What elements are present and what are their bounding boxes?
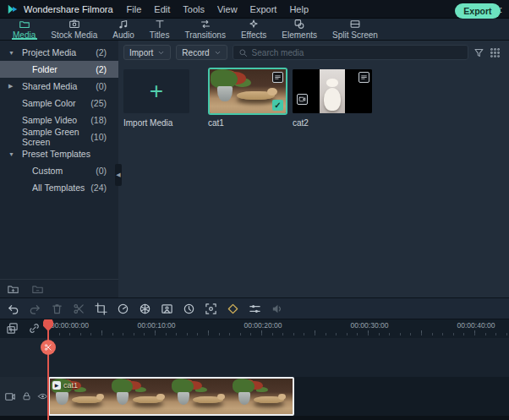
duration-icon[interactable] [182,302,195,315]
undo-icon[interactable] [6,302,19,315]
sidebar-item-project-media[interactable]: ▼ Project Media (2) [0,44,118,61]
playhead-line[interactable] [47,319,49,420]
tab-titles[interactable]: Titles [142,19,178,40]
chevron-down-icon[interactable]: ▼ [8,50,14,56]
clip-frame [111,379,172,414]
tab-audio[interactable]: Audio [105,19,142,40]
sidebar-item-folder[interactable]: Folder (2) [0,61,118,78]
split-screen-icon [349,19,361,30]
grid-view-icon[interactable] [490,47,501,58]
search-input[interactable] [252,48,462,57]
menu-view[interactable]: View [217,4,238,14]
media-info-badge-icon[interactable] [358,72,369,83]
play-icon: ▶ [52,381,61,390]
media-item-cat2[interactable] [293,69,372,113]
media-library-sidebar: ▼ Project Media (2) Folder (2) ▶ Shared … [0,41,118,297]
cut-icon[interactable] [72,302,85,315]
menu-items: File Edit Tools View Export Help [127,4,309,14]
sidebar-collapse-handle[interactable]: ◀ [115,164,122,186]
scissors-icon [44,343,52,352]
menu-export[interactable]: Export [250,4,277,14]
menu-file[interactable]: File [127,4,142,14]
import-media-label: Import Media [123,118,172,128]
edit-toolbar [0,297,509,319]
cat2-label: cat2 [293,118,309,128]
tab-split-screen[interactable]: Split Screen [325,19,386,40]
tab-media[interactable]: Media [5,19,43,40]
tab-effects[interactable]: Effects [233,19,274,40]
elements-shapes-icon [293,19,305,30]
app-title: Wondershare Filmora [24,4,113,14]
video-track-controls [0,377,48,416]
clip-frame [232,379,293,414]
media-toolbar: Import Record [118,41,509,64]
sidebar-item-sample-color[interactable]: Sample Color (25) [0,95,118,112]
menu-edit[interactable]: Edit [154,4,170,14]
search-icon [238,48,248,57]
chevron-right-icon[interactable]: ▶ [8,83,13,90]
chevron-down-icon [157,49,165,57]
filmora-window: Wondershare Filmora File Edit Tools View… [0,0,509,420]
keyframe-icon[interactable] [226,302,239,315]
media-info-badge-icon[interactable] [272,72,283,83]
video-track-1[interactable]: ▶ cat1 [48,377,509,416]
add-folder-icon[interactable] [7,283,19,295]
color-icon[interactable] [138,302,151,315]
import-media-tile[interactable]: + [123,69,189,113]
timeline-bottom-strip [0,416,509,420]
timeline-clip-cat1[interactable]: ▶ cat1 [48,377,294,416]
redo-icon[interactable] [28,302,41,315]
folder-icon [19,19,30,30]
menu-tools[interactable]: Tools [183,4,205,14]
record-dropdown[interactable]: Record [176,45,227,60]
speed-icon[interactable] [116,302,129,315]
chevron-down-icon [214,49,222,57]
import-dropdown[interactable]: Import [123,45,171,60]
crop-icon[interactable] [94,302,107,315]
audio-mixer-icon[interactable] [270,302,283,315]
lock-icon[interactable] [22,391,31,401]
sidebar-item-custom[interactable]: Custom (0) [0,162,118,179]
media-panel: Import Record + Import Media ✓ [118,41,509,297]
timeline-ruler[interactable]: 00:00:00:00 00:00:10:00 00:00:20:00 00:0… [0,319,509,338]
delete-icon[interactable] [50,302,63,315]
timeline-track-area: ▶ cat1 [0,338,509,420]
adjust-icon[interactable] [248,302,261,315]
tab-elements[interactable]: Elements [274,19,325,40]
sidebar-item-sample-video[interactable]: Sample Video (18) [0,112,118,128]
menu-bar: Wondershare Filmora File Edit Tools View… [0,0,509,19]
tab-transitions[interactable]: Transitions [177,19,233,40]
clip-label: ▶ cat1 [52,381,78,390]
link-icon[interactable] [28,322,41,335]
ruler-timestamp: 00:00:10:00 [138,321,176,330]
delete-folder-icon[interactable] [31,283,44,295]
cat1-label: cat1 [208,118,224,128]
transitions-arrows-icon [200,19,211,30]
ruler-minor-ticks [48,333,509,335]
filter-icon[interactable] [473,47,484,58]
menu-help[interactable]: Help [289,4,309,14]
search-box[interactable] [233,45,468,60]
playhead-split-button[interactable] [41,340,56,355]
plus-icon: + [150,79,163,103]
timeline-tools [6,322,41,335]
motion-track-icon[interactable] [204,302,217,315]
sidebar-item-all-templates[interactable]: All Templates (24) [0,179,118,196]
sidebar-item-shared-media[interactable]: ▶ Shared Media (0) [0,78,118,95]
stock-media-icon [68,19,80,30]
ruler-timestamp: 00:00:20:00 [244,321,282,330]
chevron-down-icon[interactable]: ▼ [8,151,14,157]
export-button[interactable]: Export [455,3,501,19]
video-track-icon [4,391,16,402]
sidebar-item-preset-templates[interactable]: ▼ Preset Templates [0,145,118,162]
tab-stock-media[interactable]: Stock Media [43,19,105,40]
selected-check-icon[interactable]: ✓ [272,100,283,111]
titles-t-icon [154,19,166,30]
sidebar-footer [0,279,118,297]
media-item-cat1[interactable]: ✓ [208,68,287,115]
filmora-logo-icon [7,3,19,15]
sidebar-item-sample-green-screen[interactable]: Sample Green Screen (10) [0,128,118,145]
manage-tracks-icon[interactable] [6,322,19,335]
library-tab-bar: Media Stock Media Audio Titles Transitio… [0,19,509,41]
green-screen-icon[interactable] [160,302,173,315]
